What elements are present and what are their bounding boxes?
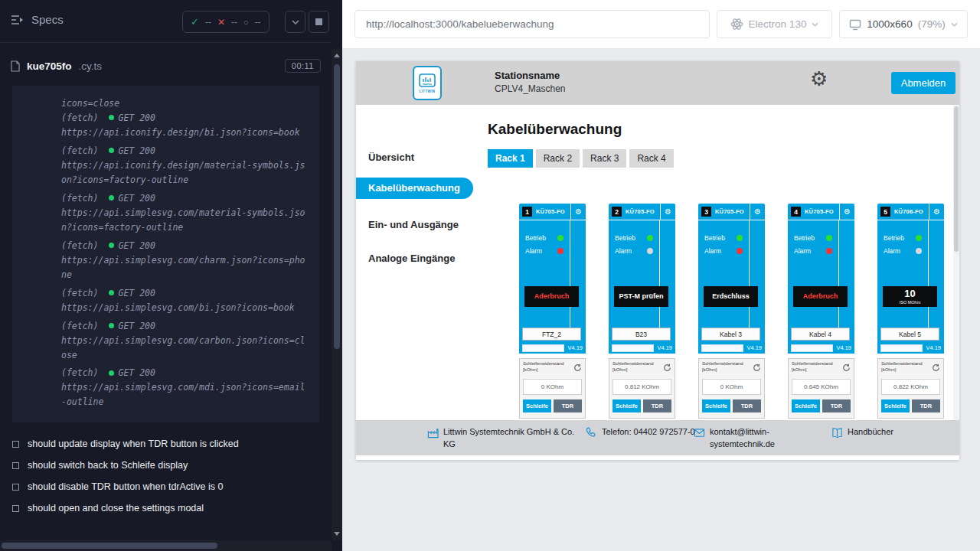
- gear-icon: ⚙: [844, 208, 851, 216]
- reporter-vertical-scrollbar[interactable]: [332, 49, 342, 540]
- divider: [749, 220, 750, 328]
- device-settings-button[interactable]: ⚙: [839, 204, 854, 220]
- scroll-up-icon[interactable]: [334, 54, 340, 57]
- app-scrollbar[interactable]: [953, 105, 959, 420]
- failed-count: --: [231, 17, 237, 28]
- device-card: 5 KÜ706-FO ⚙ Betrieb: [877, 204, 944, 419]
- test-item[interactable]: should open and close the settings modal: [0, 497, 332, 519]
- spec-file-row[interactable]: kue705fo.cy.ts 00:11: [0, 54, 332, 78]
- schleife-button[interactable]: Schleife: [881, 399, 910, 412]
- betrieb-led: [826, 235, 832, 241]
- sidebar-item-analoge-eingaenge[interactable]: Analoge Eingänge: [356, 248, 455, 269]
- mini-display: [612, 344, 654, 352]
- browser-pane: Electron 130 1000x660 (79%): [342, 0, 980, 551]
- refresh-icon[interactable]: [753, 361, 761, 375]
- vertical-scroll-thumb[interactable]: [334, 64, 340, 349]
- led-panel: Betrieb Alarm: [877, 231, 944, 257]
- status-text: Erdschluss: [712, 293, 750, 301]
- log-url: https://api.simplesvg.com/charm.json?ico…: [61, 253, 309, 282]
- tdr-button[interactable]: TDR: [733, 399, 761, 412]
- test-state-icon: [12, 462, 19, 469]
- log-entry[interactable]: (fetch)GET 200 https://api.simplesvg.com…: [61, 319, 309, 363]
- test-item[interactable]: should switch back to Schleife display: [0, 455, 332, 476]
- device-module: 5 KÜ706-FO ⚙ Betrieb: [877, 204, 944, 354]
- electron-icon: [730, 18, 743, 31]
- mini-display: [880, 344, 923, 352]
- app-main: Übersicht Kabelüberwachung Ein- und Ausg…: [356, 105, 959, 420]
- device-settings-button[interactable]: ⚙: [929, 204, 944, 220]
- company-name: Littwin Systemtechnik GmbH & Co. KG: [443, 426, 585, 451]
- firmware-version: V4.19: [836, 344, 851, 351]
- device-card-header: 4 KÜ705-FO ⚙: [788, 204, 854, 220]
- log-request-type: (fetch): [61, 112, 98, 123]
- device-settings-button[interactable]: ⚙: [570, 204, 586, 220]
- log-entry[interactable]: (fetch)GET 200 https://api.iconify.desig…: [61, 111, 309, 140]
- status-display: Erdschluss: [704, 286, 758, 307]
- measurement-panel: Schleifenwiderstand [kOhm]: [698, 358, 765, 419]
- alarm-label: Alarm: [794, 247, 826, 255]
- viewport-select[interactable]: 1000x660 (79%): [839, 10, 968, 38]
- device-settings-button[interactable]: ⚙: [750, 204, 765, 220]
- url-input[interactable]: [354, 10, 710, 38]
- scroll-down-icon[interactable]: [334, 532, 340, 536]
- refresh-icon[interactable]: [663, 361, 671, 375]
- tdr-button[interactable]: TDR: [822, 399, 851, 412]
- measurement-panel: Schleifenwiderstand [kOhm]: [609, 358, 675, 419]
- stop-run-button[interactable]: [309, 11, 329, 33]
- footer-manuals-link[interactable]: Handbücher: [831, 426, 893, 439]
- tab-rack-1[interactable]: Rack 1: [488, 149, 533, 168]
- failed-icon: ✕: [217, 17, 225, 28]
- log-entry[interactable]: (fetch)GET 200 https://api.simplesvg.com…: [61, 366, 309, 409]
- measurement-value: 0.645 KOhm: [792, 379, 851, 395]
- sidebar-item-uebersicht[interactable]: Übersicht: [356, 147, 414, 168]
- divider: [838, 220, 839, 328]
- schleife-button[interactable]: Schleife: [523, 399, 551, 412]
- measurement-label: Schleifenwiderstand [kOhm]: [523, 361, 569, 373]
- device-card: 2 KÜ705-FO ⚙ Betrieb: [609, 204, 675, 419]
- device-cards: 1 KÜ705-FO ⚙ Betrieb: [519, 204, 959, 419]
- log-entry[interactable]: (fetch)GET 200 https://api.iconify.desig…: [61, 144, 309, 187]
- logout-button[interactable]: Abmelden: [891, 72, 956, 94]
- schleife-button[interactable]: Schleife: [612, 399, 641, 412]
- refresh-icon[interactable]: [932, 361, 940, 375]
- email-address: kontakt@littwin-systemtechnik.de: [710, 426, 795, 451]
- station-label: Stationsname: [495, 70, 566, 81]
- tdr-button[interactable]: TDR: [912, 399, 940, 412]
- app-scroll-thumb[interactable]: [954, 106, 959, 252]
- station-name: CPLV4_Maschen: [495, 83, 566, 94]
- measurement-value: 0 KOhm: [523, 379, 582, 395]
- reporter-horizontal-scrollbar[interactable]: [0, 540, 332, 551]
- test-item[interactable]: should update display when TDR button is…: [0, 433, 332, 455]
- log-entry[interactable]: (fetch)GET 200 https://api.simplesvg.com…: [61, 286, 309, 315]
- firmware-version: V4.19: [657, 344, 672, 351]
- tdr-button[interactable]: TDR: [643, 399, 671, 412]
- log-entry[interactable]: (fetch)GET 200 https://api.simplesvg.com…: [61, 191, 309, 235]
- passed-icon: ✓: [191, 16, 199, 28]
- settings-gear-icon[interactable]: ⚙: [810, 69, 828, 89]
- collapse-panel-button[interactable]: [285, 11, 305, 33]
- specs-menu-button[interactable]: Specs: [11, 13, 64, 26]
- status-display: 10 ISO MOhm: [883, 286, 937, 307]
- browser-select[interactable]: Electron 130: [717, 10, 832, 38]
- spec-extension: .cy.ts: [79, 60, 103, 72]
- schleife-button[interactable]: Schleife: [792, 399, 820, 412]
- sidebar-item-kabelueberwachung[interactable]: Kabelüberwachung: [356, 178, 473, 199]
- phone-number: Telefon: 04402 972577-0: [602, 426, 701, 439]
- browser-name: Electron 130: [749, 18, 807, 30]
- refresh-icon[interactable]: [842, 361, 851, 375]
- slot-number: 3: [701, 207, 711, 217]
- test-item[interactable]: should disable TDR button when tdrActive…: [0, 476, 332, 497]
- device-settings-button[interactable]: ⚙: [660, 204, 675, 220]
- email-icon: [694, 427, 705, 439]
- horizontal-scroll-thumb[interactable]: [2, 543, 217, 549]
- measurement-value: 0 KOhm: [702, 379, 761, 395]
- refresh-icon[interactable]: [573, 361, 582, 375]
- schleife-button[interactable]: Schleife: [702, 399, 730, 412]
- sidebar-item-ein-und-ausgaenge[interactable]: Ein- und Ausgänge: [356, 214, 459, 236]
- log-url: https://api.iconify.design/bi.json?icons…: [61, 126, 309, 140]
- tab-rack-2[interactable]: Rack 2: [536, 149, 580, 168]
- log-entry[interactable]: (fetch)GET 200 https://api.simplesvg.com…: [61, 239, 309, 282]
- tab-rack-3[interactable]: Rack 3: [583, 149, 626, 168]
- tab-rack-4[interactable]: Rack 4: [629, 149, 673, 168]
- tdr-button[interactable]: TDR: [554, 399, 582, 412]
